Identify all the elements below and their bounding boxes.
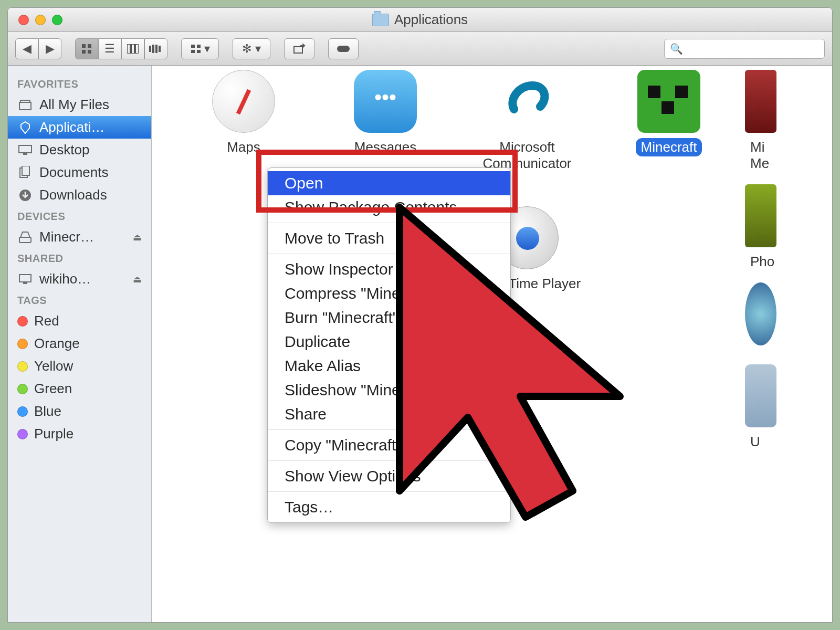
sidebar-tag-green[interactable]: Green (8, 377, 151, 400)
messages-icon (354, 70, 417, 133)
app-placeholder[interactable] (598, 326, 740, 451)
zoom-button[interactable] (52, 15, 62, 25)
sidebar-tag-orange[interactable]: Orange (8, 332, 151, 355)
menu-item-move-to-trash[interactable]: Move to Trash (268, 226, 510, 250)
svg-rect-9 (155, 45, 158, 53)
coverflow-view-button[interactable] (144, 38, 167, 59)
menu-separator (268, 254, 510, 254)
sidebar-item-device-minecraft[interactable]: Minecr… ⏏ (8, 226, 151, 248)
column-view-button[interactable] (121, 38, 144, 59)
sidebar-item-label: wikiho… (39, 271, 91, 287)
svg-rect-4 (127, 44, 130, 54)
app-partial-1[interactable]: MiMe (745, 70, 808, 173)
svg-rect-11 (191, 45, 195, 48)
menu-item-share[interactable]: Share (268, 402, 510, 426)
all-my-files-icon (17, 98, 33, 112)
partial-icon (745, 282, 776, 345)
arrange-button[interactable]: ▾ (181, 38, 219, 59)
back-button[interactable]: ◀ (15, 38, 38, 59)
sidebar-item-documents[interactable]: Documents (8, 161, 151, 184)
app-label (522, 394, 532, 396)
sidebar-item-desktop[interactable]: Desktop (8, 139, 151, 161)
sidebar-item-all-my-files[interactable]: All My Files (8, 93, 151, 116)
search-field[interactable] (686, 43, 819, 55)
partial-icon (745, 184, 776, 247)
sidebar-item-label: Documents (39, 164, 109, 181)
svg-rect-16 (337, 46, 350, 52)
sidebar-item-label: Orange (34, 335, 80, 352)
app-label: Messages (349, 138, 422, 156)
forward-button[interactable]: ▶ (38, 38, 61, 59)
minimize-button[interactable] (35, 15, 46, 25)
close-button[interactable] (18, 15, 29, 25)
eject-icon[interactable]: ⏏ (133, 232, 142, 243)
partial-icon (745, 70, 776, 133)
svg-rect-26 (23, 282, 27, 284)
menu-item-open[interactable]: Open (268, 171, 510, 195)
action-button[interactable]: ✻ ▾ (233, 38, 270, 59)
svg-rect-0 (82, 44, 86, 48)
tag-dot-icon (17, 361, 28, 372)
menu-item-burn[interactable]: Burn "Minecraft" to Disc (268, 306, 510, 330)
sidebar-tag-blue[interactable]: Blue (8, 400, 151, 423)
sidebar-item-applications[interactable]: Applicati… (8, 116, 151, 139)
favorites-header: FAVORITES (8, 74, 151, 93)
svg-rect-20 (23, 153, 27, 155)
nav-buttons: ◀ ▶ (15, 38, 61, 59)
tag-dot-icon (17, 316, 28, 327)
menu-item-copy[interactable]: Copy "Minecraft" (268, 433, 510, 457)
app-minecraft[interactable]: Minecraft (598, 70, 740, 195)
sidebar-tag-red[interactable]: Red (8, 310, 151, 332)
svg-rect-10 (159, 46, 161, 52)
eject-icon[interactable]: ⏏ (133, 274, 142, 285)
icon-view-button[interactable] (75, 38, 98, 59)
tag-dot-icon (17, 406, 28, 417)
applications-icon (17, 121, 33, 134)
app-label (664, 275, 674, 277)
menu-item-tags[interactable]: Tags… (268, 495, 510, 519)
menu-item-slideshow[interactable]: Slideshow "Minecraft" (268, 378, 510, 402)
finder-window: Applications ◀ ▶ ☰ ▾ ✻ ▾ (7, 7, 833, 623)
app-partial-3[interactable] (745, 282, 808, 353)
edit-tags-button[interactable] (328, 38, 359, 59)
app-label: U (745, 433, 765, 451)
menu-item-duplicate[interactable]: Duplicate (268, 330, 510, 354)
menu-separator (268, 491, 510, 492)
menu-item-show-package-contents[interactable]: Show Package Contents (268, 195, 510, 219)
svg-rect-17 (19, 102, 31, 110)
svg-rect-22 (22, 166, 29, 175)
list-view-button[interactable]: ☰ (98, 38, 121, 59)
svg-rect-14 (197, 50, 201, 53)
svg-rect-19 (19, 145, 32, 153)
sidebar-item-shared-wikihow[interactable]: wikiho… ⏏ (8, 268, 151, 290)
sidebar-item-downloads[interactable]: Downloads (8, 184, 151, 206)
sidebar-tag-yellow[interactable]: Yellow (8, 355, 151, 377)
arrange-group: ▾ (181, 38, 219, 59)
search-input[interactable]: 🔍 (664, 39, 825, 59)
folder-icon (372, 14, 389, 26)
menu-separator (268, 460, 510, 461)
tag-dot-icon (17, 339, 28, 349)
sidebar-tag-purple[interactable]: Purple (8, 423, 151, 445)
devices-header: DEVICES (8, 206, 151, 226)
menu-item-compress[interactable]: Compress "Minecraft" (268, 281, 510, 306)
sidebar-item-label: Blue (34, 403, 61, 419)
menu-item-show-inspector[interactable]: Show Inspector (268, 257, 510, 281)
menu-item-show-view-options[interactable]: Show View Options (268, 464, 510, 488)
share-button[interactable] (284, 38, 314, 59)
documents-icon (17, 166, 33, 180)
app-placeholder[interactable] (598, 206, 740, 315)
sidebar: FAVORITES All My Files Applicati… Deskto… (8, 66, 152, 622)
search-icon: 🔍 (670, 43, 683, 55)
sidebar-item-label: Desktop (39, 142, 89, 158)
network-icon (17, 272, 33, 286)
maps-icon (212, 70, 275, 133)
app-label (238, 275, 249, 277)
app-partial-2[interactable]: Pho (745, 184, 808, 271)
menu-item-make-alias[interactable]: Make Alias (268, 354, 510, 378)
app-partial-4[interactable]: U (745, 364, 808, 451)
sidebar-item-label: Purple (34, 426, 74, 442)
sidebar-item-label: Minecr… (39, 229, 94, 245)
svg-rect-13 (191, 50, 195, 53)
app-label: Minecraft (636, 138, 702, 156)
